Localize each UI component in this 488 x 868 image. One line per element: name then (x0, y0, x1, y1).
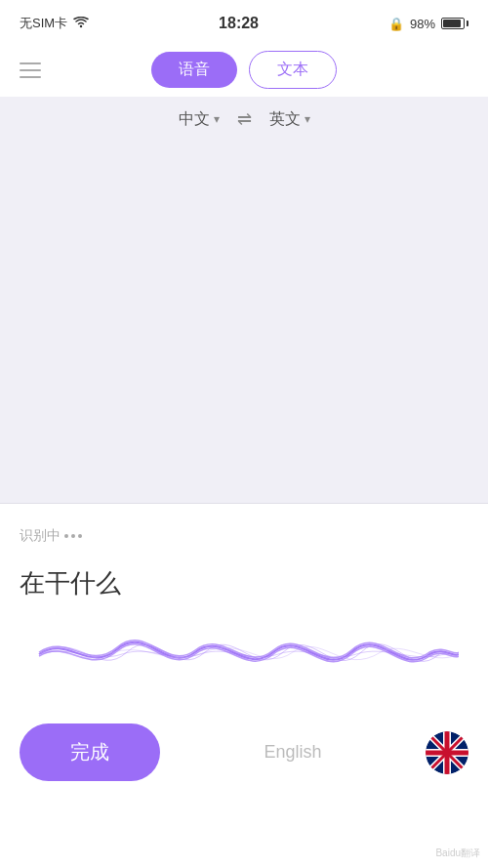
status-right: 🔒 98% (388, 17, 468, 31)
bottom-area: 识别中 在干什么 (0, 504, 488, 708)
recognized-text: 在干什么 (20, 566, 468, 600)
status-bar: 无SIM卡 18:28 🔒 98% (0, 0, 488, 43)
time-display: 18:28 (219, 15, 259, 32)
battery-icon (441, 18, 468, 29)
watermark: Baidu翻译 (435, 847, 480, 860)
source-language-button[interactable]: 中文 ▾ (179, 109, 220, 130)
lock-icon: 🔒 (388, 17, 404, 31)
target-language-button[interactable]: 英文 ▾ (269, 109, 310, 130)
source-language-label: 中文 (179, 109, 210, 130)
toolbar: 语音 文本 (0, 43, 488, 97)
carrier-label: 无SIM卡 (20, 15, 67, 32)
target-language-chevron: ▾ (305, 112, 310, 126)
translation-display-area (0, 142, 488, 503)
source-language-chevron: ▾ (214, 112, 220, 126)
battery-percent: 98% (410, 17, 435, 31)
voice-tab[interactable]: 语音 (151, 52, 237, 88)
bottom-buttons: 完成 English (0, 708, 488, 801)
menu-button[interactable] (20, 62, 41, 78)
done-button[interactable]: 完成 (20, 723, 160, 781)
recognition-status: 识别中 (20, 527, 82, 545)
waveform-display (20, 620, 468, 688)
target-language-label: 英文 (269, 109, 301, 130)
language-bar: 中文 ▾ ⇌ 英文 ▾ (0, 97, 488, 142)
english-label[interactable]: English (264, 742, 321, 763)
text-tab[interactable]: 文本 (249, 51, 337, 89)
uk-flag-icon[interactable] (426, 731, 468, 774)
loading-dots (64, 534, 82, 538)
swap-languages-icon[interactable]: ⇌ (237, 108, 252, 130)
status-left: 无SIM卡 (20, 15, 89, 32)
wifi-icon (73, 17, 89, 31)
